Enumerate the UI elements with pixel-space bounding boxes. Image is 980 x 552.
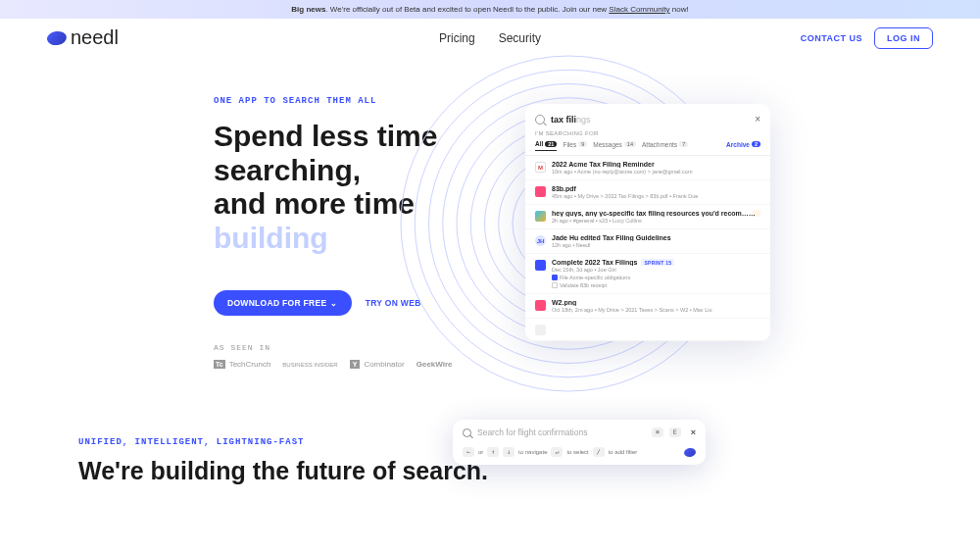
seen-logos: TechCrunch BUSINESS INSIDER Combinator G… xyxy=(214,360,517,369)
logo-ycombinator: Combinator xyxy=(350,360,405,369)
doc-icon xyxy=(535,260,546,271)
logo-techcrunch: TechCrunch xyxy=(214,360,270,369)
as-seen-in: AS SEEN IN TechCrunch BUSINESS INSIDER C… xyxy=(214,343,517,369)
tab-messages[interactable]: Messages14 xyxy=(593,141,636,151)
kbd-left-icon: ← xyxy=(463,447,474,457)
banner-bold: Big news xyxy=(291,5,325,14)
result-tag: SPRINT 15 xyxy=(641,259,674,266)
kbd-down-icon: ↓ xyxy=(503,447,514,457)
contact-link[interactable]: CONTACT US xyxy=(801,33,862,43)
hero-line3: and more time xyxy=(214,187,415,220)
placeholder-icon xyxy=(535,325,546,335)
result-meta: 2h ago • #general • s23 • Lucy Collins xyxy=(552,218,760,224)
hero-line2: searching, xyxy=(214,154,361,186)
query-ghost: ngs xyxy=(576,115,591,125)
cmdbar-input-row: Search for flight confirmations ⌘ E × xyxy=(463,427,696,437)
hero-eyebrow: ONE APP TO SEARCH THEM ALL xyxy=(214,96,517,106)
cmdbar-hints: ← or ↑ ↓ to navigate ↵ to select / to ad… xyxy=(463,447,696,457)
banner-text: . We're officially out of Beta and excit… xyxy=(325,5,609,14)
command-bar: Search for flight confirmations ⌘ E × ← … xyxy=(453,420,706,465)
kbd-cmd: ⌘ xyxy=(652,427,663,437)
hero-copy: ONE APP TO SEARCH THEM ALL Spend less ti… xyxy=(214,96,517,369)
result-title: hey guys, any yc-specific tax filing res… xyxy=(552,210,760,217)
result-tag: Y COMBINATOR xyxy=(753,210,760,217)
hero-section: ONE APP TO SEARCH THEM ALL Spend less ti… xyxy=(0,57,980,369)
logo-geekwire: GeekWire xyxy=(416,360,453,369)
banner-suffix: now! xyxy=(670,5,689,14)
close-icon[interactable]: × xyxy=(691,427,696,437)
hero-headline: Spend less time searching, and more time… xyxy=(214,120,517,255)
kbd-up-icon: ↑ xyxy=(487,447,499,457)
download-button[interactable]: DOWNLOAD FOR FREE ⌄ xyxy=(214,290,352,316)
logo-mark-icon xyxy=(46,29,68,46)
avatar-icon: JH xyxy=(535,235,546,246)
main-nav: Pricing Security xyxy=(439,31,541,45)
header-actions: CONTACT US LOG IN xyxy=(801,27,933,49)
hint-sel: to select xyxy=(566,449,588,455)
query-typed: tax fili xyxy=(551,115,576,125)
kbd-slash-icon: / xyxy=(593,447,605,457)
result-meta: 12h ago • Needl xyxy=(552,242,760,248)
result-row[interactable]: JH Jade Hu edited Tax Filing Guidelines … xyxy=(525,229,770,254)
search-query[interactable]: tax filings xyxy=(551,115,749,125)
logo-mark-icon xyxy=(683,447,696,458)
banner-link[interactable]: Slack Community xyxy=(609,5,669,14)
cta-row: DOWNLOAD FOR FREE ⌄ TRY ON WEB xyxy=(214,290,517,316)
result-row[interactable]: 83b.pdf 45m ago • My Drive > 2022 Tax Fi… xyxy=(525,180,770,205)
tab-files[interactable]: Files9 xyxy=(563,141,587,151)
try-web-link[interactable]: TRY ON WEB xyxy=(366,298,421,308)
result-title: W2.png xyxy=(552,299,760,306)
result-meta: 45m ago • My Drive > 2022 Tax Filings > … xyxy=(552,193,760,199)
checkbox-icon xyxy=(552,282,558,288)
checkbox-icon xyxy=(552,275,558,280)
logo-text: needl xyxy=(71,26,119,49)
result-row[interactable]: M 2022 Acme Tax Filing Reminder 10m ago … xyxy=(525,156,770,180)
app-mockup: tax filings × I'M SEARCHING FOR All21Fil… xyxy=(525,104,770,341)
result-title: Complete 2022 Tax FilingsSPRINT 15 xyxy=(552,259,760,266)
seen-label: AS SEEN IN xyxy=(214,343,517,352)
results-list: M 2022 Acme Tax Filing Reminder 10m ago … xyxy=(525,156,770,341)
logo-business-insider: BUSINESS INSIDER xyxy=(282,362,337,368)
result-row[interactable] xyxy=(525,319,770,341)
hint-or: or xyxy=(478,449,483,455)
tab-all[interactable]: All21 xyxy=(535,140,557,151)
nav-pricing[interactable]: Pricing xyxy=(439,31,475,45)
result-meta: Dec 15th, 3d ago • Joe Giri xyxy=(552,267,760,273)
pdf-icon xyxy=(535,186,546,197)
cmdbar-placeholder[interactable]: Search for flight confirmations xyxy=(477,427,646,437)
result-row[interactable]: W2.png Oct 18th, 2m ago • My Drive > 202… xyxy=(525,294,770,319)
slack-icon xyxy=(535,211,546,222)
chevron-down-icon: ⌄ xyxy=(330,299,337,308)
result-meta: 10m ago • Acme (no-reply@acme.com) > jan… xyxy=(552,169,760,175)
kbd-e: E xyxy=(669,427,681,437)
close-icon[interactable]: × xyxy=(755,114,760,125)
hint-nav: to navigate xyxy=(518,449,547,455)
site-header: needl Pricing Security CONTACT US LOG IN xyxy=(0,19,980,57)
result-title: 2022 Acme Tax Filing Reminder xyxy=(552,161,760,168)
nav-security[interactable]: Security xyxy=(499,31,541,45)
hero-line4: building xyxy=(214,222,328,254)
kbd-enter-icon: ↵ xyxy=(551,447,563,457)
login-button[interactable]: LOG IN xyxy=(874,27,933,49)
logo[interactable]: needl xyxy=(47,26,119,49)
result-title: Jade Hu edited Tax Filing Guidelines xyxy=(552,234,760,241)
tab-attachments[interactable]: Attachments7 xyxy=(642,141,688,151)
gmail-icon: M xyxy=(535,162,546,173)
searching-for-label: I'M SEARCHING FOR xyxy=(525,130,770,140)
tab-archive[interactable]: Archive2 xyxy=(726,141,760,151)
search-icon xyxy=(463,428,471,437)
result-row[interactable]: Complete 2022 Tax FilingsSPRINT 15 Dec 1… xyxy=(525,254,770,294)
search-icon xyxy=(535,115,545,125)
mockup-search-bar: tax filings × xyxy=(525,114,770,130)
result-title: 83b.pdf xyxy=(552,185,760,192)
announcement-banner: Big news. We're officially out of Beta a… xyxy=(0,0,980,19)
result-row[interactable]: hey guys, any yc-specific tax filing res… xyxy=(525,205,770,229)
hero-line1: Spend less time xyxy=(214,120,437,152)
filter-tabs: All21Files9Messages14Attachments7Archive… xyxy=(525,140,770,156)
png-icon xyxy=(535,300,546,311)
result-meta: Oct 18th, 2m ago • My Drive > 2021 Taxes… xyxy=(552,307,760,313)
hint-filter: to add filter xyxy=(609,449,638,455)
download-label: DOWNLOAD FOR FREE xyxy=(227,298,326,308)
